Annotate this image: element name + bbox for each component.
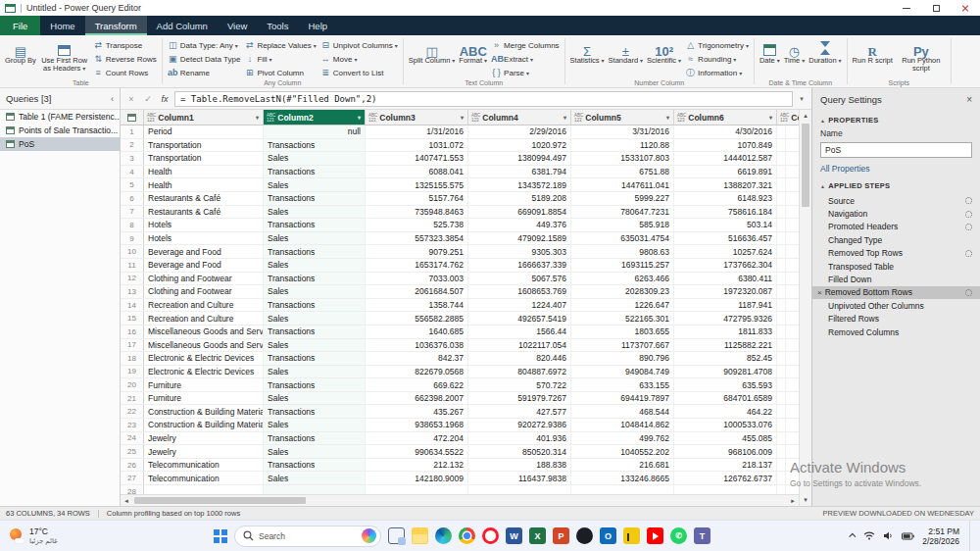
grid-cell[interactable]: 1811.833 xyxy=(674,326,777,338)
collapse-queries-pane-button[interactable] xyxy=(111,94,114,104)
row-number[interactable]: 20 xyxy=(121,378,144,391)
row-number[interactable]: 16 xyxy=(121,326,144,338)
detect-data-type-button[interactable]: ▣Detect Data Type xyxy=(166,52,243,66)
grid-cell[interactable]: 1972320.087 xyxy=(674,285,777,298)
grid-cell[interactable]: 669091.8854 xyxy=(468,206,571,219)
date-button[interactable]: Date xyxy=(758,37,782,66)
standard-button[interactable]: ± Standard xyxy=(607,37,645,66)
query-name-input[interactable] xyxy=(820,142,972,158)
grid-cell[interactable]: 585.918 xyxy=(571,219,674,231)
parse-button[interactable]: { }Parse xyxy=(489,66,561,79)
grid-cell[interactable]: 7033.003 xyxy=(366,273,468,285)
row-number[interactable]: 22 xyxy=(121,405,144,418)
step-changed-type[interactable]: Changed Type xyxy=(812,233,980,246)
grid-cell[interactable]: 133246.8665 xyxy=(571,472,674,484)
grid-cell[interactable]: 1533107.803 xyxy=(571,152,674,165)
step-removed-columns[interactable]: Removed Columns xyxy=(812,326,980,338)
table-menu-button[interactable] xyxy=(121,110,144,125)
grid-cell[interactable]: 735948.8463 xyxy=(366,206,468,219)
grid-cell[interactable]: 1380994.497 xyxy=(468,152,571,165)
grid-cell[interactable]: 1388207.321 xyxy=(674,178,777,191)
grid-cell[interactable]: 758616.184 xyxy=(674,206,777,219)
grid-cell[interactable]: Transportation xyxy=(144,139,264,152)
row-number[interactable]: 2 xyxy=(121,139,144,152)
grid-cell[interactable]: 427.577 xyxy=(468,405,571,418)
grid-cell[interactable]: 1444012.587 xyxy=(674,152,777,165)
grid-cell[interactable]: Hotels xyxy=(144,219,264,231)
grid-cell[interactable]: 6381.794 xyxy=(468,166,571,178)
grid-cell[interactable]: Sales xyxy=(264,178,366,191)
grid-cell[interactable]: 1803.655 xyxy=(571,326,674,338)
grid-cell[interactable]: 2061684.507 xyxy=(366,285,468,298)
run-r-script-button[interactable]: R Run R script xyxy=(851,37,895,66)
grid-cell[interactable]: 557323.3854 xyxy=(366,232,468,245)
grid-cell[interactable]: Jewelry xyxy=(144,445,264,458)
split-column-button[interactable]: ◫ Split Column xyxy=(407,37,458,66)
step-promoted-headers[interactable]: Promoted Headers xyxy=(812,221,980,233)
tab-tools[interactable]: Tools xyxy=(257,16,298,35)
grid-cell[interactable]: Clothing and Footwear xyxy=(144,273,264,285)
row-number[interactable]: 13 xyxy=(121,285,144,298)
word-icon[interactable]: W xyxy=(506,527,522,544)
grid-cell[interactable]: 633.155 xyxy=(571,378,674,391)
format-button[interactable]: ABC Format xyxy=(457,37,489,66)
column-header-column2[interactable]: ABC123 Column2 xyxy=(264,110,366,125)
column-header-column6[interactable]: ABC123 Column6 xyxy=(674,110,777,125)
tab-home[interactable]: Home xyxy=(40,16,84,35)
information-button[interactable]: ⓘInformation xyxy=(683,66,751,79)
grid-cell[interactable]: 9808.63 xyxy=(571,245,674,258)
filter-dropdown-icon[interactable] xyxy=(356,114,363,121)
grid-cell[interactable]: Construction & Building Materials xyxy=(144,419,264,431)
grid-cell[interactable]: 1566.44 xyxy=(468,326,571,338)
row-number[interactable]: 23 xyxy=(121,419,144,431)
grid-cell[interactable]: 5157.764 xyxy=(366,192,468,205)
count-rows-button[interactable]: ≡Count Rows xyxy=(91,66,159,79)
step-settings-gear-icon[interactable] xyxy=(965,289,972,296)
query-item-pos[interactable]: PoS xyxy=(0,137,120,151)
move-button[interactable]: ↔Move xyxy=(318,52,400,66)
step-source[interactable]: Source xyxy=(812,194,980,207)
vertical-scroll-thumb[interactable] xyxy=(802,124,809,207)
grid-cell[interactable]: Miscellaneous Goods and Services* xyxy=(144,326,264,338)
statistics-button[interactable]: Σ Statistics xyxy=(568,37,607,66)
grid-cell[interactable]: 842.37 xyxy=(366,352,468,365)
grid-cell[interactable]: 5189.208 xyxy=(468,192,571,205)
grid-cell[interactable]: Sales xyxy=(264,419,366,431)
close-button[interactable] xyxy=(951,0,980,16)
grid-cell[interactable]: 522165.301 xyxy=(571,312,674,325)
grid-cell[interactable]: Transactions xyxy=(264,459,366,472)
rounding-button[interactable]: ≈Rounding xyxy=(683,52,751,66)
github-icon[interactable] xyxy=(576,527,593,544)
grid-cell[interactable]: 116437.9838 xyxy=(468,472,571,484)
grid-cell[interactable]: 9079.251 xyxy=(366,245,468,258)
grid-cell[interactable]: Hotels xyxy=(144,232,264,245)
grid-cell[interactable]: Transactions xyxy=(264,326,366,338)
column-header-column3[interactable]: ABC123 Column3 xyxy=(366,110,468,125)
transpose-button[interactable]: ⇄Transpose xyxy=(91,38,159,52)
excel-icon[interactable]: X xyxy=(529,527,546,544)
row-number[interactable]: 3 xyxy=(121,152,144,165)
row-number[interactable]: 21 xyxy=(121,392,144,405)
grid-cell[interactable]: Sales xyxy=(264,152,366,165)
power-bi-icon[interactable] xyxy=(623,527,640,544)
row-number[interactable]: 19 xyxy=(121,366,144,378)
row-number[interactable]: 18 xyxy=(121,352,144,365)
grid-cell[interactable]: 1608653.769 xyxy=(468,285,571,298)
row-number[interactable]: 5 xyxy=(121,178,144,191)
grid-cell[interactable]: 1048414.862 xyxy=(571,419,674,431)
filter-dropdown-icon[interactable] xyxy=(562,114,568,121)
tab-transform[interactable]: Transform xyxy=(85,16,147,35)
grid-cell[interactable]: 9305.303 xyxy=(468,245,571,258)
reverse-rows-button[interactable]: ⇅Reverse Rows xyxy=(91,52,159,66)
grid-cell[interactable]: 499.762 xyxy=(571,432,674,445)
filter-dropdown-icon[interactable] xyxy=(664,114,671,121)
formula-input[interactable]: = Table.RemoveLastN(#"Filled Down",2) xyxy=(174,91,793,107)
row-number[interactable]: 27 xyxy=(121,472,144,484)
step-navigation[interactable]: Navigation xyxy=(812,207,980,220)
grid-cell[interactable]: 6088.041 xyxy=(366,166,468,178)
grid-cell[interactable]: 492657.5419 xyxy=(468,312,571,325)
youtube-icon[interactable] xyxy=(647,527,663,544)
close-settings-icon[interactable] xyxy=(966,94,972,105)
filter-dropdown-icon[interactable] xyxy=(767,114,774,121)
grid-cell[interactable]: 949084.749 xyxy=(571,366,674,378)
